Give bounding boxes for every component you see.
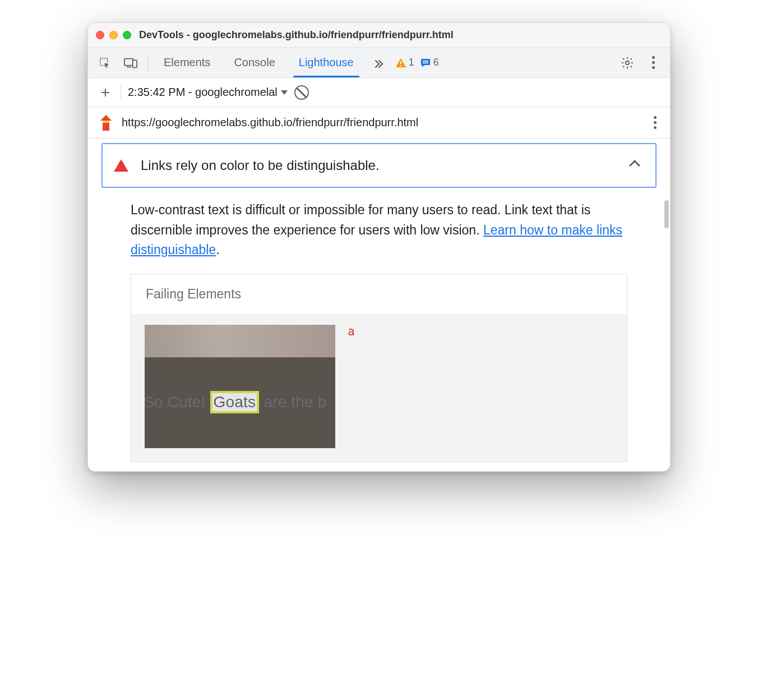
report-content[interactable]: Links rely on color to be distinguishabl… <box>88 139 670 471</box>
chevron-up-icon[interactable] <box>629 160 640 171</box>
tab-console-label: Console <box>234 56 275 69</box>
clear-report-icon[interactable] <box>294 85 309 100</box>
messages-count: 6 <box>433 57 439 68</box>
svg-rect-7 <box>423 62 428 63</box>
thumbnail-text: So Cute! Goats are the b <box>145 391 327 413</box>
tab-lighthouse[interactable]: Lighthouse <box>289 48 364 77</box>
devtools-window: DevTools - googlechromelabs.github.io/fr… <box>87 22 671 472</box>
svg-rect-1 <box>124 58 133 65</box>
lighthouse-logo-icon <box>98 115 114 131</box>
audit-description-post: . <box>216 242 219 257</box>
failing-elements-body: So Cute! Goats are the b a <box>131 315 627 462</box>
tab-elements[interactable]: Elements <box>154 48 220 77</box>
close-window-button[interactable] <box>96 31 104 39</box>
fail-icon <box>114 159 128 172</box>
report-url-bar: https://googlechromelabs.github.io/frien… <box>88 107 670 139</box>
maximize-window-button[interactable] <box>123 31 131 39</box>
report-selector[interactable]: 2:35:42 PM - googlechromelal <box>128 86 288 99</box>
thumb-text-highlight: Goats <box>210 391 260 413</box>
minimize-window-button[interactable] <box>109 31 118 39</box>
failing-elements-header: Failing Elements <box>131 274 627 315</box>
subtoolbar-divider <box>121 85 121 100</box>
titlebar: DevTools - googlechromelabs.github.io/fr… <box>88 23 670 48</box>
svg-point-8 <box>626 61 629 64</box>
svg-rect-4 <box>400 61 401 64</box>
svg-rect-6 <box>423 61 428 62</box>
more-options-icon[interactable] <box>642 52 664 74</box>
devtools-toolbar: Elements Console Lighthouse 1 6 <box>88 48 670 78</box>
device-toggle-icon[interactable] <box>119 52 142 74</box>
thumb-text-pre: So Cute! <box>145 393 210 411</box>
audit-description: Low-contrast text is difficult or imposs… <box>97 200 661 274</box>
tab-lighthouse-label: Lighthouse <box>299 56 354 69</box>
window-title: DevTools - googlechromelabs.github.io/fr… <box>139 29 454 41</box>
message-icon <box>420 57 431 68</box>
warnings-count: 1 <box>409 57 414 68</box>
toolbar-divider <box>147 55 148 71</box>
report-selector-label: 2:35:42 PM - googlechromelal <box>128 86 278 99</box>
report-url: https://googlechromelabs.github.io/frien… <box>122 116 643 129</box>
svg-rect-3 <box>133 60 137 67</box>
traffic-lights <box>96 31 131 39</box>
caret-down-icon <box>281 90 288 95</box>
audit-item[interactable]: Links rely on color to be distinguishabl… <box>101 143 657 188</box>
failing-element-tag[interactable]: a <box>348 325 355 338</box>
report-menu-icon[interactable] <box>650 113 660 132</box>
warnings-badge[interactable]: 1 <box>395 57 414 68</box>
scrollbar-thumb[interactable] <box>664 200 669 228</box>
audit-title: Links rely on color to be distinguishabl… <box>141 158 631 173</box>
thumb-text-post: are the b <box>259 393 326 411</box>
messages-badge[interactable]: 6 <box>420 57 439 68</box>
tab-elements-label: Elements <box>164 56 210 69</box>
lighthouse-subtoolbar: + 2:35:42 PM - googlechromelal <box>88 78 670 107</box>
more-tabs-icon[interactable] <box>367 52 390 74</box>
failing-elements-box: Failing Elements So Cute! Goats are the … <box>131 274 627 462</box>
tab-console[interactable]: Console <box>224 48 285 77</box>
warning-icon <box>395 58 406 68</box>
new-report-button[interactable]: + <box>97 84 114 102</box>
element-thumbnail[interactable]: So Cute! Goats are the b <box>145 325 335 448</box>
inspect-element-icon[interactable] <box>94 52 116 74</box>
svg-rect-5 <box>400 65 401 66</box>
settings-icon[interactable] <box>616 52 639 74</box>
